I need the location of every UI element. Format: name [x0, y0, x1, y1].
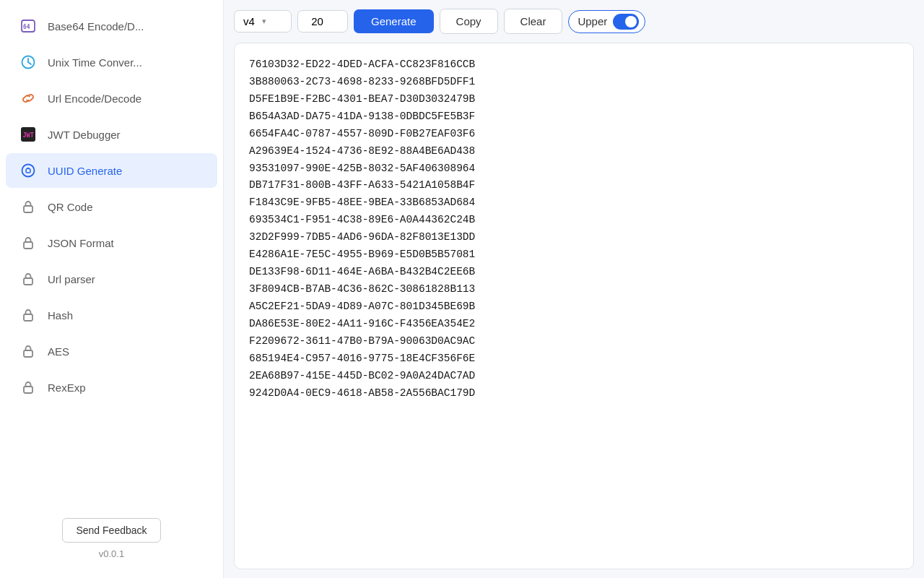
sidebar-item-label-uuid: UUID Generate — [48, 165, 122, 177]
sidebar-items: 64Base64 Encode/D...Unix Time Conver...U… — [0, 7, 223, 406]
lock-icon — [19, 269, 38, 288]
jwt-icon: JWT — [19, 125, 38, 144]
svg-text:JWT: JWT — [23, 131, 34, 139]
sidebar-item-uuid[interactable]: UUID Generate — [6, 153, 217, 188]
sidebar-item-label-base64: Base64 Encode/D... — [48, 20, 144, 33]
sidebar-item-urlparser[interactable]: Url parser — [6, 262, 217, 296]
uuid-line: 693534C1-F951-4C38-89E6-A0A44362C24B — [249, 212, 899, 229]
uuid-line: 93531097-990E-425B-8032-5AF406308964 — [249, 160, 899, 178]
uuid-icon — [19, 161, 38, 180]
lock-icon — [19, 197, 38, 216]
uuid-line: DE133F98-6D11-464E-A6BA-B432B4C2EE6B — [249, 264, 899, 281]
sidebar-item-regexp[interactable]: RexExp — [6, 370, 217, 405]
feedback-button[interactable]: Send Feedback — [62, 518, 160, 543]
sidebar-item-label-jwt: JWT Debugger — [48, 129, 121, 141]
svg-point-8 — [27, 168, 29, 169]
uuid-line: A29639E4-1524-4736-8E92-88A4BE6AD438 — [249, 143, 899, 160]
sidebar-item-qrcode[interactable]: QR Code — [6, 189, 217, 224]
lock-icon — [19, 342, 38, 361]
uuid-line: 76103D32-ED22-4DED-ACFA-CC823F816CCB — [249, 56, 899, 74]
sidebar-item-url[interactable]: Url Encode/Decode — [6, 81, 217, 116]
uuid-line: 685194E4-C957-4016-9775-18E4CF356F6E — [249, 350, 899, 368]
main-content: v4 ▾ Generate Copy Clear Upper 76103D32-… — [224, 0, 924, 578]
svg-point-7 — [22, 165, 35, 177]
svg-rect-14 — [24, 387, 32, 393]
base64-icon: 64 — [19, 17, 38, 35]
uuid-line: E4286A1E-7E5C-4955-B969-E5D0B5B57081 — [249, 246, 899, 264]
lock-icon — [19, 378, 38, 397]
uuid-line: F2209672-3611-47B0-B79A-90063D0AC9AC — [249, 333, 899, 350]
sidebar-bottom: Send Feedback v0.0.1 — [0, 506, 223, 571]
sidebar-item-label-hash: Hash — [48, 309, 73, 322]
sidebar-item-label-regexp: RexExp — [48, 381, 86, 394]
version-select[interactable]: v4 ▾ — [234, 10, 292, 33]
sidebar-item-aes[interactable]: AES — [6, 334, 217, 368]
uuid-line: DB717F31-800B-43FF-A633-5421A1058B4F — [249, 177, 899, 194]
toolbar: v4 ▾ Generate Copy Clear Upper — [234, 9, 914, 34]
uuid-line: 3F8094CB-B7AB-4C36-862C-30861828B113 — [249, 281, 899, 298]
version-value: v4 — [243, 15, 255, 27]
uuid-line: 9242D0A4-0EC9-4618-AB58-2A556BAC179D — [249, 385, 899, 402]
clock-icon — [19, 53, 38, 72]
sidebar-item-base64[interactable]: 64Base64 Encode/D... — [6, 9, 217, 43]
svg-rect-12 — [24, 314, 32, 321]
version-label: v0.0.1 — [99, 548, 124, 559]
sidebar-item-jwt[interactable]: JWTJWT Debugger — [6, 117, 217, 152]
link-icon — [19, 89, 38, 108]
toggle-switch-icon — [613, 14, 639, 30]
uuid-line: F1843C9E-9FB5-48EE-9BEA-33B6853AD684 — [249, 194, 899, 212]
svg-rect-13 — [24, 350, 32, 357]
sidebar: 64Base64 Encode/D...Unix Time Conver...U… — [0, 0, 224, 578]
clear-button[interactable]: Clear — [504, 9, 563, 34]
sidebar-item-label-unix: Unix Time Conver... — [48, 56, 142, 69]
lock-icon — [19, 233, 38, 252]
upper-toggle[interactable]: Upper — [568, 10, 645, 33]
chevron-down-icon: ▾ — [262, 17, 266, 26]
count-input[interactable] — [297, 10, 348, 33]
svg-text:64: 64 — [23, 24, 30, 30]
uuid-line: 32D2F999-7DB5-4AD6-96DA-82F8013E13DD — [249, 229, 899, 246]
uuid-line: A5C2EF21-5DA9-4D89-A07C-801D345BE69B — [249, 298, 899, 316]
uuid-line: 6654FA4C-0787-4557-809D-F0B27EAF03F6 — [249, 126, 899, 143]
svg-rect-11 — [24, 278, 32, 285]
sidebar-item-label-urlparser: Url parser — [48, 273, 95, 285]
copy-button[interactable]: Copy — [440, 9, 498, 34]
uuid-line: 2EA68B97-415E-445D-BC02-9A0A24DAC7AD — [249, 368, 899, 385]
uuid-line: B654A3AD-DA75-41DA-9138-0DBDC5FE5B3F — [249, 108, 899, 126]
uuid-line: 3B880063-2C73-4698-8233-9268BFD5DFF1 — [249, 74, 899, 91]
sidebar-item-label-json: JSON Format — [48, 237, 114, 249]
sidebar-item-label-url: Url Encode/Decode — [48, 92, 141, 105]
svg-line-4 — [28, 62, 31, 64]
sidebar-item-hash[interactable]: Hash — [6, 298, 217, 332]
sidebar-item-unix[interactable]: Unix Time Conver... — [6, 45, 217, 79]
svg-rect-10 — [24, 242, 32, 249]
uuid-line: DA86E53E-80E2-4A11-916C-F4356EA354E2 — [249, 316, 899, 333]
sidebar-item-label-aes: AES — [48, 345, 69, 358]
sidebar-item-json[interactable]: JSON Format — [6, 225, 217, 260]
uuid-line: D5FE1B9E-F2BC-4301-BEA7-D30D3032479B — [249, 91, 899, 108]
generate-button[interactable]: Generate — [354, 9, 434, 33]
uuid-output: 76103D32-ED22-4DED-ACFA-CC823F816CCB3B88… — [234, 43, 914, 569]
sidebar-item-label-qrcode: QR Code — [48, 201, 93, 213]
svg-rect-9 — [24, 206, 32, 212]
lock-icon — [19, 306, 38, 324]
toggle-label: Upper — [578, 15, 607, 27]
